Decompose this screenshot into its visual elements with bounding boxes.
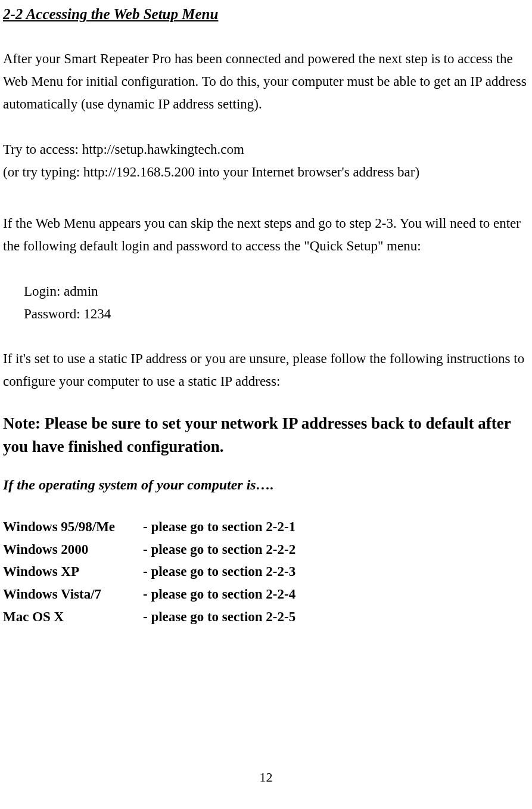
static-ip-paragraph: If it's set to use a static IP address o… <box>3 348 529 393</box>
note-heading: Note: Please be sure to set your network… <box>3 412 529 458</box>
os-intro: If the operating system of your computer… <box>3 477 529 493</box>
intro-paragraph: After your Smart Repeater Pro has been c… <box>3 48 529 116</box>
os-row: Windows 95/98/Me - please go to section … <box>3 516 529 538</box>
os-row: Mac OS X - please go to section 2-2-5 <box>3 606 529 628</box>
credentials-block: Login: admin Password: 1234 <box>3 280 529 326</box>
try-access-line-1: Try to access: http://setup.hawkingtech.… <box>3 138 529 161</box>
os-name: Windows 95/98/Me <box>3 516 143 538</box>
os-row: Windows XP - please go to section 2-2-3 <box>3 560 529 583</box>
os-section: - please go to section 2-2-2 <box>143 538 529 561</box>
os-name: Windows Vista/7 <box>3 583 143 606</box>
try-access-line-2: (or try typing: http://192.168.5.200 int… <box>3 161 529 184</box>
os-name: Mac OS X <box>3 606 143 628</box>
page-number: 12 <box>260 770 273 785</box>
os-section: - please go to section 2-2-1 <box>143 516 529 538</box>
password-line: Password: 1234 <box>24 303 529 326</box>
os-table: Windows 95/98/Me - please go to section … <box>3 516 529 629</box>
section-title: 2-2 Accessing the Web Setup Menu <box>3 6 529 23</box>
os-section: - please go to section 2-2-5 <box>143 606 529 628</box>
os-name: Windows 2000 <box>3 538 143 561</box>
login-line: Login: admin <box>24 280 529 303</box>
os-section: - please go to section 2-2-3 <box>143 560 529 583</box>
os-section: - please go to section 2-2-4 <box>143 583 529 606</box>
os-row: Windows 2000 - please go to section 2-2-… <box>3 538 529 561</box>
os-row: Windows Vista/7 - please go to section 2… <box>3 583 529 606</box>
web-menu-paragraph: If the Web Menu appears you can skip the… <box>3 212 529 258</box>
try-access-block: Try to access: http://setup.hawkingtech.… <box>3 138 529 184</box>
os-name: Windows XP <box>3 560 143 583</box>
